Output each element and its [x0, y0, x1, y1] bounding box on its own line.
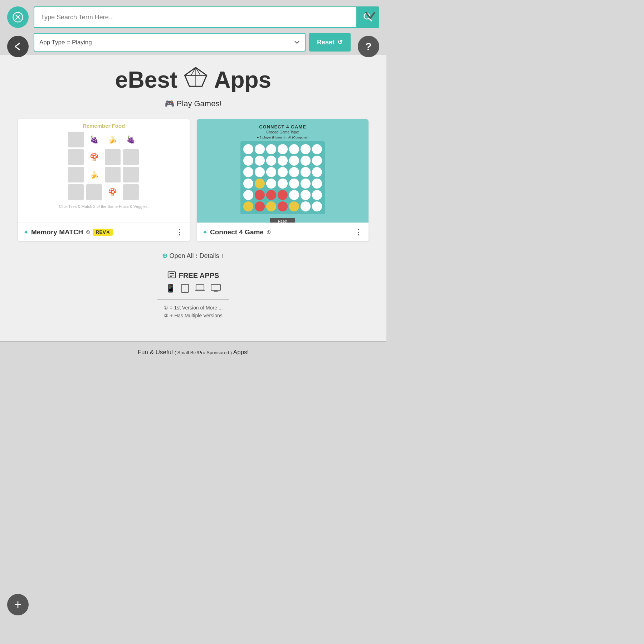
diamond-bullet-icon: ✦	[24, 229, 28, 236]
c4-circle	[278, 167, 288, 177]
c4-circle	[301, 144, 311, 154]
filter-select[interactable]: App Type = Playing	[34, 33, 306, 52]
more-options-button-connect4[interactable]: ⋮	[355, 228, 363, 236]
c4-options: ● 2 player (Human) ○ AI (Computer)	[257, 136, 308, 139]
c4-circle	[266, 144, 276, 154]
app-card-footer-connect4: ✦ Connect 4 Game ① ⋮	[197, 223, 369, 241]
mem-cell: 🍄	[86, 149, 102, 165]
laptop-icon	[195, 284, 205, 295]
help-button[interactable]: ?	[358, 36, 379, 57]
c4-circle	[243, 201, 253, 211]
search-input[interactable]	[34, 6, 356, 28]
c4-circle	[266, 179, 276, 189]
details-divider-icon: ⁝	[196, 252, 198, 259]
mem-cell: 🍇	[86, 132, 102, 147]
c4-circle	[312, 190, 322, 200]
c4-circle	[312, 201, 322, 211]
svg-line-7	[185, 75, 190, 87]
c4-circle	[289, 190, 299, 200]
c4-circle	[255, 201, 265, 211]
close-button[interactable]	[7, 6, 29, 28]
app-thumbnail-connect4[interactable]: CONNECT 4 GAME Choose Game Type: ● 2 pla…	[197, 119, 369, 223]
c4-reset-button[interactable]: Reset	[270, 218, 295, 223]
mem-cell	[86, 184, 102, 200]
c4-circle	[243, 156, 253, 166]
c4-circle	[266, 167, 276, 177]
c4-circle	[289, 167, 299, 177]
svg-line-8	[202, 75, 207, 87]
mem-cell: 🍄	[105, 184, 121, 200]
diamond-bullet-icon: ✦	[203, 229, 207, 236]
c4-board	[240, 141, 325, 214]
c4-circle	[301, 179, 311, 189]
c4-circle	[289, 144, 299, 154]
c4-circle	[243, 190, 253, 200]
header: App Type = Playing Reset ↺ ?	[0, 0, 386, 55]
memory-caption: Click Tiles & Match 2 of the Same Fruits…	[59, 204, 149, 209]
site-title: eBest Apps	[7, 66, 379, 93]
arrow-up-icon: ↑	[221, 252, 224, 259]
c4-circle	[255, 144, 265, 154]
chevron-down-button[interactable]	[361, 6, 379, 24]
c4-circle	[255, 167, 265, 177]
c4-circle	[301, 156, 311, 166]
c4-title: CONNECT 4 GAME	[259, 124, 306, 130]
c4-circle	[289, 179, 299, 189]
app-thumbnail-memory[interactable]: Remember Food 🍇 🍌 🍇 🍄	[18, 119, 190, 223]
c4-circle	[289, 201, 299, 211]
filter-row: App Type = Playing Reset ↺	[34, 33, 351, 52]
desktop-icon	[210, 284, 221, 295]
memory-grid: 🍇 🍌 🍇 🍄 🍌	[68, 132, 140, 200]
app-name-memory: ✦ Memory MATCH ① REV✳	[24, 228, 113, 236]
c4-circle	[255, 156, 265, 166]
free-apps-section: FREE APPS 📱 ① = 1st Version of More ... …	[7, 270, 379, 318]
svg-rect-20	[211, 284, 220, 291]
open-all-row: ⊕ Open All ⁝ Details ↑	[7, 252, 379, 260]
c4-circle	[278, 156, 288, 166]
footer: Fun & Useful ( Small Biz/Pro Sponsored )…	[0, 341, 386, 363]
c4-circle	[266, 201, 276, 211]
c4-circle	[266, 190, 276, 200]
mem-cell	[68, 132, 84, 147]
legend-item-1: ① = 1st Version of More ...	[7, 305, 379, 311]
c4-circle	[278, 144, 288, 154]
c4-circle	[255, 190, 265, 200]
c4-circle	[301, 201, 311, 211]
mem-cell	[105, 167, 121, 182]
app-card-connect4: CONNECT 4 GAME Choose Game Type: ● 2 pla…	[197, 119, 369, 241]
c4-circle	[243, 144, 253, 154]
c4-subtitle: Choose Game Type:	[266, 130, 299, 134]
c4-circle	[312, 156, 322, 166]
app-card-memory: Remember Food 🍇 🍌 🍇 🍄	[18, 119, 190, 241]
main-content: eBest Apps 🎮 Play Games! Remember Food	[0, 55, 386, 341]
c4-circle	[301, 167, 311, 177]
svg-rect-18	[196, 285, 204, 290]
mem-cell: 🍌	[86, 167, 102, 182]
reset-button[interactable]: Reset ↺	[309, 33, 351, 52]
c4-circle	[301, 190, 311, 200]
mem-cell: 🍌	[105, 132, 121, 147]
info-badge: ①	[267, 230, 271, 235]
app-name-connect4: ✦ Connect 4 Game ①	[203, 228, 271, 236]
back-button[interactable]	[7, 36, 29, 57]
diamond-icon	[183, 66, 208, 93]
more-options-button-memory[interactable]: ⋮	[176, 228, 184, 236]
tablet-icon	[180, 284, 190, 295]
list-icon	[167, 270, 176, 281]
c4-circle	[278, 190, 288, 200]
mem-cell: 🍇	[123, 132, 139, 147]
device-icons: 📱	[7, 284, 379, 295]
plus-icon: ⊕	[162, 252, 167, 259]
connect4-game-preview: CONNECT 4 GAME Choose Game Type: ● 2 pla…	[197, 119, 369, 223]
search-row	[7, 6, 379, 28]
c4-circle	[312, 179, 322, 189]
mem-cell	[123, 167, 139, 182]
mem-cell	[68, 184, 84, 200]
rev-badge: REV✳	[93, 229, 113, 236]
c4-circle	[312, 144, 322, 154]
mem-cell	[68, 149, 84, 165]
mem-cell	[68, 167, 84, 182]
c4-circle	[266, 156, 276, 166]
mem-cell	[123, 184, 139, 200]
memory-game-preview: Remember Food 🍇 🍌 🍇 🍄	[18, 119, 190, 223]
